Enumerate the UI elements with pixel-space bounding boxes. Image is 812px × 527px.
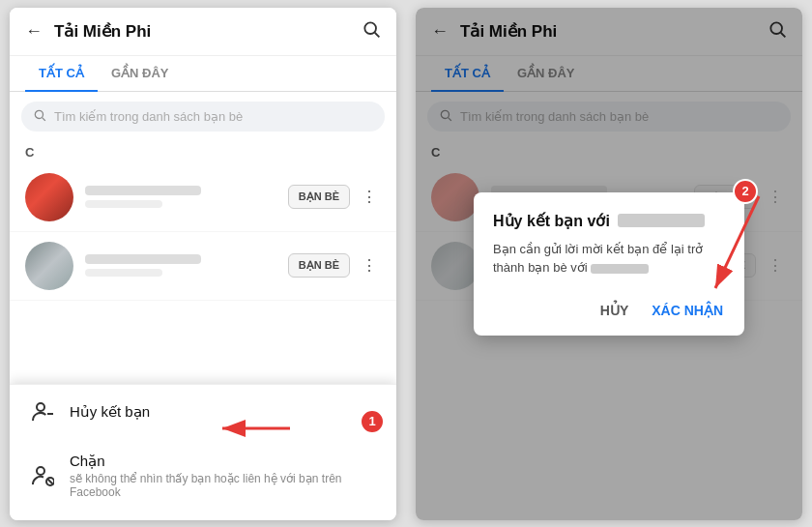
dialog-actions: HỦY XÁC NHẬN bbox=[493, 293, 725, 322]
svg-line-3 bbox=[43, 117, 45, 120]
huy-ket-ban-content: Hủy kết bạn bbox=[70, 403, 377, 421]
friend-avatar-2-left bbox=[25, 242, 73, 290]
friend-avatar-1-left bbox=[25, 173, 73, 221]
more-icon-1-left[interactable]: ⋮ bbox=[358, 184, 381, 210]
left-screen-title: Tải Miền Phi bbox=[54, 21, 362, 42]
friend-sub-bar-1-left bbox=[85, 200, 162, 208]
search-icon-left[interactable] bbox=[362, 19, 381, 44]
friend-btn-1-left[interactable]: BẠN BÈ bbox=[288, 185, 350, 209]
dialog-body-blur bbox=[591, 264, 649, 274]
dialog-overlay: Hủy kết bạn với Bạn cần gửi lời mời kết … bbox=[416, 8, 802, 520]
bottom-menu-left: Hủy kết bạn Chặn bbox=[10, 384, 396, 520]
search-placeholder-left: Tìm kiếm trong danh sách bạn bè bbox=[54, 109, 243, 124]
tabs-left: TẤT CẢ GẦN ĐÂY bbox=[10, 56, 396, 92]
back-button-left[interactable]: ← bbox=[25, 21, 43, 42]
badge-1: 1 bbox=[360, 409, 385, 434]
search-bar-left[interactable]: Tìm kiếm trong danh sách bạn bè bbox=[21, 102, 385, 132]
huy-ket-ban-menu-item[interactable]: Hủy kết bạn bbox=[10, 385, 396, 439]
more-icon-2-left[interactable]: ⋮ bbox=[358, 252, 381, 278]
svg-line-1 bbox=[375, 32, 380, 37]
chan-menu-item[interactable]: Chặn sẽ không thể nhìn thấy bạn hoặc liê… bbox=[10, 439, 396, 512]
friend-sub-bar-2-left bbox=[85, 269, 162, 277]
left-phone-screen: ← Tải Miền Phi TẤT CẢ GẦN ĐÂY Tìm kiếm t… bbox=[10, 8, 396, 520]
tab-all-left[interactable]: TẤT CẢ bbox=[25, 56, 98, 92]
friend-name-area-1-left bbox=[85, 186, 288, 208]
svg-point-6 bbox=[37, 467, 44, 475]
svg-line-8 bbox=[48, 479, 53, 483]
friend-name-area-2-left bbox=[85, 254, 288, 277]
chan-content: Chặn sẽ không thể nhìn thấy bạn hoặc liê… bbox=[70, 453, 377, 499]
friend-item-1-left: BẠN BÈ ⋮ bbox=[10, 163, 396, 232]
friend-item-2-left: BẠN BÈ ⋮ bbox=[10, 232, 396, 301]
section-label-left: C bbox=[10, 141, 396, 163]
friend-actions-2-left: BẠN BÈ ⋮ bbox=[288, 252, 381, 278]
right-phone-screen: ← Tải Miền Phi TẤT CẢ GẦN ĐÂY Tìm kiếm t… bbox=[416, 8, 802, 520]
search-bar-icon-left bbox=[33, 108, 46, 125]
chan-title: Chặn bbox=[70, 453, 377, 470]
chan-subtitle: sẽ không thể nhìn thấy bạn hoặc liên hệ … bbox=[70, 472, 377, 499]
dialog-title: Hủy kết bạn với bbox=[493, 212, 725, 230]
svg-point-2 bbox=[35, 110, 43, 118]
confirm-dialog: Hủy kết bạn với Bạn cần gửi lời mời kết … bbox=[474, 192, 744, 336]
friend-btn-2-left[interactable]: BẠN BÈ bbox=[288, 253, 350, 278]
friend-actions-1-left: BẠN BÈ ⋮ bbox=[288, 184, 381, 210]
left-header: ← Tải Miền Phi bbox=[10, 8, 396, 56]
dialog-body: Bạn cần gửi lời mời kết bạn để lại trở t… bbox=[493, 240, 725, 278]
person-remove-icon bbox=[29, 398, 56, 425]
dialog-confirm-button[interactable]: XÁC NHẬN bbox=[650, 299, 725, 322]
friend-name-bar-2-left bbox=[85, 254, 201, 264]
dialog-cancel-button[interactable]: HỦY bbox=[598, 299, 630, 322]
tab-recent-left[interactable]: GẦN ĐÂY bbox=[98, 56, 183, 92]
huy-ket-ban-title: Hủy kết bạn bbox=[70, 403, 377, 421]
svg-point-0 bbox=[364, 22, 376, 34]
dialog-name-blur bbox=[618, 214, 705, 227]
svg-point-4 bbox=[37, 403, 44, 411]
block-icon bbox=[29, 462, 56, 489]
badge-2: 2 bbox=[733, 179, 758, 204]
friend-name-bar-1-left bbox=[85, 186, 201, 195]
